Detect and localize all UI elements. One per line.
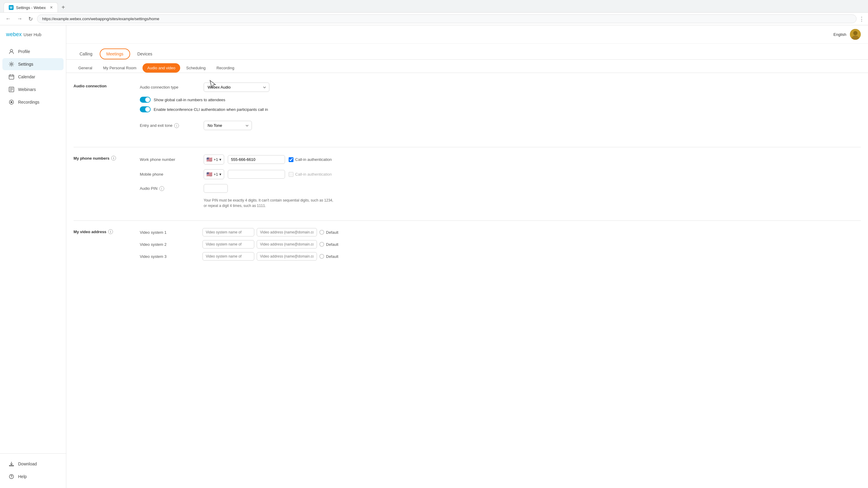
pin-hint: Your PIN must be exactly 4 digits. It ca… xyxy=(204,197,336,209)
sub-tab-scheduling[interactable]: Scheduling xyxy=(181,63,210,72)
brand: webex User Hub xyxy=(0,31,66,45)
tab-title: Settings - Webex xyxy=(16,5,46,10)
pin-input[interactable] xyxy=(204,184,228,193)
browser-chrome: W Settings - Webex × + ← → ↻ ⋮ xyxy=(0,0,868,25)
phone-numbers-info-icon[interactable]: i xyxy=(111,156,116,160)
mobile-country-code: +1 xyxy=(214,172,218,177)
toggle-global-numbers-label: Show global call-in numbers to attendees xyxy=(154,98,225,102)
video-system-2-addr-input[interactable] xyxy=(257,240,317,248)
work-country-select[interactable]: 🇺🇸 +1 ▾ xyxy=(204,155,224,164)
video-system-3-radio[interactable] xyxy=(319,254,324,259)
svg-point-9 xyxy=(853,31,858,35)
toggle-cli-auth-label: Enable teleconference CLI authentication… xyxy=(154,107,268,112)
top-bar: English xyxy=(66,25,868,44)
sidebar-item-profile[interactable]: Profile xyxy=(2,45,64,58)
video-system-3-name-input[interactable] xyxy=(203,252,254,261)
webinars-icon xyxy=(8,87,14,92)
back-button[interactable]: ← xyxy=(4,15,13,23)
pin-info-icon[interactable]: i xyxy=(159,186,164,191)
tab-meetings[interactable]: Meetings xyxy=(100,49,130,59)
svg-point-5 xyxy=(10,101,12,103)
work-country-flag: 🇺🇸 xyxy=(206,157,212,162)
video-system-1-default-toggle[interactable]: Default xyxy=(319,230,338,235)
video-system-3-addr-input[interactable] xyxy=(257,252,317,261)
mobile-call-in-auth-label[interactable]: Call-in authentication xyxy=(289,172,332,177)
browser-menu-button[interactable]: ⋮ xyxy=(859,16,864,22)
video-system-3-default-toggle[interactable]: Default xyxy=(319,254,338,259)
sidebar-item-settings-label: Settings xyxy=(18,62,33,67)
video-system-2-label: Video system 2 xyxy=(140,242,200,247)
sub-tab-audio-video[interactable]: Audio and video xyxy=(143,63,180,72)
divider-1 xyxy=(73,147,861,147)
tab-devices[interactable]: Devices xyxy=(131,49,158,59)
video-system-1-radio[interactable] xyxy=(319,230,324,235)
browser-tab[interactable]: W Settings - Webex × xyxy=(4,2,58,12)
sub-tab-personal-room[interactable]: My Personal Room xyxy=(98,63,141,72)
sidebar-item-download[interactable]: Download xyxy=(2,458,64,470)
sub-tab-recording[interactable]: Recording xyxy=(212,63,239,72)
audio-connection-content: Audio connection type Webex Audio VoIP O… xyxy=(140,83,861,135)
avatar[interactable] xyxy=(850,29,861,40)
main-content: English Calling Meetings Devices General… xyxy=(66,25,868,488)
video-system-2-name-input[interactable] xyxy=(203,240,254,248)
sidebar-item-download-label: Download xyxy=(18,461,37,466)
svg-rect-2 xyxy=(9,75,14,79)
mobile-country-select[interactable]: 🇺🇸 +1 ▾ xyxy=(204,169,224,179)
toggle-cli-auth-row: Enable teleconference CLI authentication… xyxy=(140,106,861,112)
video-system-2-default-toggle[interactable]: Default xyxy=(319,242,338,247)
sidebar-item-settings[interactable]: Settings xyxy=(2,58,64,70)
sidebar-item-help-label: Help xyxy=(18,474,27,479)
audio-connection-label: Audio connection xyxy=(73,83,128,135)
svg-point-1 xyxy=(10,63,12,65)
video-system-2-radio[interactable] xyxy=(319,242,324,247)
profile-icon xyxy=(8,49,14,55)
entry-exit-tone-select[interactable]: No Tone Beep Announce Name xyxy=(204,121,252,130)
forward-button[interactable]: → xyxy=(15,15,24,23)
settings-icon xyxy=(8,61,14,67)
sidebar-item-recordings[interactable]: Recordings xyxy=(2,96,64,108)
work-phone-label: Work phone number xyxy=(140,157,200,162)
address-input[interactable] xyxy=(37,14,857,23)
new-tab-button[interactable]: + xyxy=(59,3,67,12)
svg-point-0 xyxy=(10,50,13,52)
connection-type-select[interactable]: Webex Audio VoIP Only Other Teleconferen… xyxy=(204,83,269,92)
video-system-1-addr-input[interactable] xyxy=(257,228,317,237)
entry-exit-info-icon[interactable]: i xyxy=(174,123,179,128)
video-system-3-row: Video system 3 Default xyxy=(140,252,861,261)
content-area: Audio connection Audio connection type W… xyxy=(66,73,868,286)
tab-close-button[interactable]: × xyxy=(50,5,53,10)
work-call-in-auth-label[interactable]: Call-in authentication xyxy=(289,157,332,162)
entry-exit-tone-row: Entry and exit tone i No Tone Beep Annou… xyxy=(140,121,861,130)
phone-numbers-label: My phone numbers i xyxy=(73,155,128,209)
video-system-1-name-input[interactable] xyxy=(203,228,254,237)
main-tab-nav: Calling Meetings Devices xyxy=(66,44,868,60)
work-phone-input[interactable] xyxy=(228,155,285,164)
toggle-global-numbers-row: Show global call-in numbers to attendees xyxy=(140,97,861,103)
work-call-in-auth-checkbox[interactable] xyxy=(289,157,293,162)
app-container: webex User Hub Profile Settings xyxy=(0,25,868,488)
sidebar-item-help[interactable]: Help xyxy=(2,470,64,483)
audio-pin-row: Audio PIN i xyxy=(140,184,861,193)
video-address-info-icon[interactable]: i xyxy=(108,229,113,234)
video-system-1-row: Video system 1 Default xyxy=(140,228,861,237)
audio-pin-label: Audio PIN i xyxy=(140,186,200,191)
video-address-label: My video address i xyxy=(73,228,128,264)
download-icon xyxy=(8,461,14,467)
sub-tab-general[interactable]: General xyxy=(73,63,97,72)
video-system-2-row: Video system 2 Default xyxy=(140,240,861,248)
sidebar-item-calendar-label: Calendar xyxy=(18,74,35,79)
mobile-phone-input[interactable] xyxy=(228,170,285,179)
help-icon xyxy=(8,474,14,480)
sidebar: webex User Hub Profile Settings xyxy=(0,25,66,488)
language-selector[interactable]: English xyxy=(833,32,846,37)
sidebar-item-webinars[interactable]: Webinars xyxy=(2,84,64,95)
toggle-cli-auth[interactable] xyxy=(140,106,151,112)
recordings-icon xyxy=(8,99,14,105)
tab-favicon: W xyxy=(9,5,13,10)
sidebar-item-calendar[interactable]: Calendar xyxy=(2,71,64,83)
tab-calling[interactable]: Calling xyxy=(73,49,98,59)
toggle-global-numbers[interactable] xyxy=(140,97,151,103)
refresh-button[interactable]: ↻ xyxy=(27,15,35,23)
connection-type-row: Audio connection type Webex Audio VoIP O… xyxy=(140,83,861,92)
sidebar-item-webinars-label: Webinars xyxy=(18,87,36,92)
